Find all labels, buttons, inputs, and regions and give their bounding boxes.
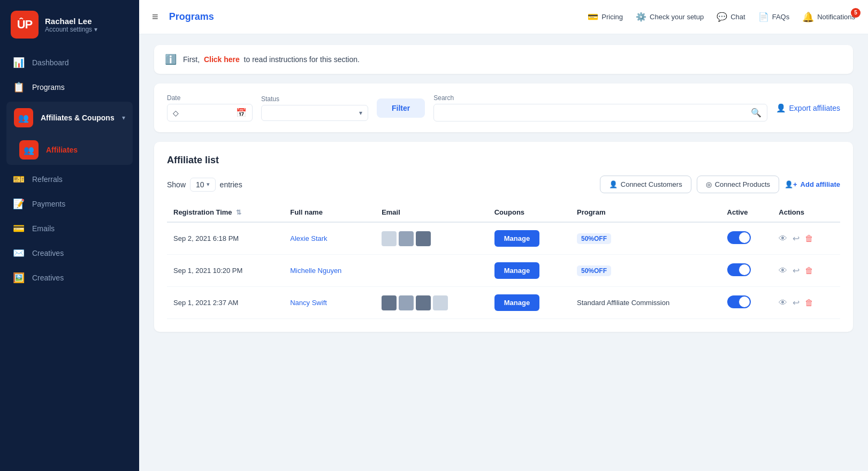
notifications-action[interactable]: 🔔 5 Notifications xyxy=(802,11,855,23)
sidebar-item-coupons[interactable]: 🎫 Referrals xyxy=(0,167,139,192)
view-icon[interactable]: 👁 xyxy=(779,266,787,276)
active-toggle[interactable] xyxy=(727,295,751,308)
connect-customers-icon: 👤 xyxy=(609,180,618,188)
payments-icon: 💳 xyxy=(13,223,25,234)
export-affiliates-button[interactable]: 👤 Export affiliates xyxy=(776,100,840,116)
pricing-action[interactable]: 💳 Pricing xyxy=(588,12,623,22)
search-input[interactable] xyxy=(439,109,746,117)
user-info: Rachael Lee Account settings ▾ xyxy=(45,17,97,33)
check-setup-action[interactable]: ⚙️ Check your setup xyxy=(636,12,704,22)
active-toggle[interactable] xyxy=(727,231,751,244)
delete-icon[interactable]: 🗑 xyxy=(805,234,813,244)
manage-coupon-button[interactable]: Manage xyxy=(494,294,539,311)
filter-button[interactable]: Filter xyxy=(377,98,425,118)
chevron-down-icon: ▾ xyxy=(359,109,362,117)
cell-actions: 👁↩🗑 xyxy=(772,222,840,255)
entries-label: entries xyxy=(220,180,242,189)
entries-select[interactable]: 10 ▾ xyxy=(190,178,216,192)
cell-email xyxy=(375,255,488,287)
col-full-name: Full name xyxy=(284,203,375,222)
sidebar-logo-area: ÛP Rachael Lee Account settings ▾ xyxy=(0,0,139,45)
section-title: Affiliate list xyxy=(167,155,840,166)
chat-icon: 💬 xyxy=(717,12,727,22)
faqs-action[interactable]: 📄 FAQs xyxy=(758,12,790,22)
coupon-badge: 50%OFF xyxy=(577,233,611,244)
status-label: Status xyxy=(261,95,368,103)
edit-icon[interactable]: ↩ xyxy=(793,265,800,276)
status-value xyxy=(267,109,355,117)
col-email: Email xyxy=(375,203,488,222)
view-icon[interactable]: 👁 xyxy=(779,234,787,244)
affiliate-name-link[interactable]: Alexie Stark xyxy=(290,234,327,242)
manage-coupon-button[interactable]: Manage xyxy=(494,230,539,247)
connect-products-icon: ◎ xyxy=(706,180,712,188)
status-select[interactable]: ▾ xyxy=(261,105,368,121)
sidebar-item-affiliates[interactable]: 👥 Affiliates xyxy=(9,135,131,165)
cell-program: Standard Affiliate Commission xyxy=(570,287,721,319)
date-value: ◇ xyxy=(173,109,232,117)
connect-products-button[interactable]: ◎ Connect Products xyxy=(697,176,779,193)
sidebar-item-emails[interactable]: ✉️ Creatives xyxy=(0,241,139,265)
affiliates-coupons-icon: 👥 xyxy=(14,108,33,127)
click-here-link[interactable]: Click here xyxy=(204,55,240,64)
col-registration-time[interactable]: Registration Time ⇅ xyxy=(167,203,284,222)
page-content: ℹ️ First, Click here to read instruction… xyxy=(139,34,868,471)
affiliates-sub-label: Affiliates xyxy=(46,146,78,154)
affiliate-name-link[interactable]: Michelle Nguyen xyxy=(290,267,341,275)
col-active: Active xyxy=(721,203,773,222)
date-input[interactable]: ◇ 📅 xyxy=(167,104,253,121)
show-label: Show xyxy=(167,180,186,189)
creatives-icon: 🖼️ xyxy=(13,272,25,284)
cell-registration-time: Sep 1, 2021 10:20 PM xyxy=(167,255,284,287)
search-group: Search 🔍 xyxy=(433,94,767,121)
date-label: Date xyxy=(167,94,253,102)
cell-active xyxy=(721,222,773,255)
affiliates-sub-icon: 👥 xyxy=(19,140,39,159)
email-placeholder xyxy=(382,295,482,310)
hamburger-button[interactable]: ≡ xyxy=(152,11,158,23)
active-toggle[interactable] xyxy=(727,263,751,276)
sidebar-item-creatives[interactable]: 🖼️ Creatives xyxy=(0,265,139,290)
chat-action[interactable]: 💬 Chat xyxy=(717,12,745,22)
cell-full-name: Nancy Swift xyxy=(284,287,375,319)
add-affiliate-button[interactable]: 👤+ Add affiliate xyxy=(785,176,840,193)
user-name: Rachael Lee xyxy=(45,17,97,26)
list-actions: 👤 Connect Customers ◎ Connect Products 👤… xyxy=(600,176,840,193)
cell-actions: 👁↩🗑 xyxy=(772,255,840,287)
sidebar-item-programs[interactable]: 📋 Programs xyxy=(0,75,139,100)
manage-coupon-button[interactable]: Manage xyxy=(494,262,539,279)
topbar: ≡ Programs 💳 Pricing ⚙️ Check your setup… xyxy=(139,0,868,34)
cell-registration-time: Sep 2, 2021 6:18 PM xyxy=(167,222,284,255)
affiliate-list-section: Affiliate list Show 10 ▾ entries 👤 Conne… xyxy=(154,142,853,332)
delete-icon[interactable]: 🗑 xyxy=(805,266,813,276)
delete-icon[interactable]: 🗑 xyxy=(805,298,813,308)
dashboard-icon: 📊 xyxy=(13,57,25,69)
sidebar-item-referrals[interactable]: 📝 Payments xyxy=(0,192,139,216)
faqs-icon: 📄 xyxy=(758,12,769,22)
sidebar-item-dashboard[interactable]: 📊 Dashboard xyxy=(0,50,139,75)
bell-icon: 🔔 xyxy=(802,11,814,23)
col-coupons: Coupons xyxy=(488,203,570,222)
affiliate-name-link[interactable]: Nancy Swift xyxy=(290,299,327,307)
view-icon[interactable]: 👁 xyxy=(779,298,787,308)
export-icon: 👤 xyxy=(776,103,786,113)
cell-coupons: Manage xyxy=(488,222,570,255)
entries-chevron-icon: ▾ xyxy=(207,181,210,188)
affiliates-coupons-parent[interactable]: 👥 Affiliates & Coupons ▾ xyxy=(6,102,133,134)
connect-customers-button[interactable]: 👤 Connect Customers xyxy=(600,176,691,193)
coupons-icon: 🎫 xyxy=(13,173,25,185)
search-input-wrap: 🔍 xyxy=(433,104,767,121)
check-setup-icon: ⚙️ xyxy=(636,12,646,22)
list-controls: Show 10 ▾ entries 👤 Connect Customers ◎ … xyxy=(167,176,840,193)
edit-icon[interactable]: ↩ xyxy=(793,233,800,244)
cell-program: 50%OFF xyxy=(570,255,721,287)
account-settings-link[interactable]: Account settings ▾ xyxy=(45,26,97,33)
search-icon: 🔍 xyxy=(751,108,762,118)
logo: ÛP xyxy=(11,11,39,39)
sidebar-item-payments[interactable]: 💳 Emails xyxy=(0,216,139,241)
main-content: ≡ Programs 💳 Pricing ⚙️ Check your setup… xyxy=(139,0,868,471)
edit-icon[interactable]: ↩ xyxy=(793,298,800,308)
sort-icon: ⇅ xyxy=(236,209,241,216)
sidebar: ÛP Rachael Lee Account settings ▾ 📊 Dash… xyxy=(0,0,139,471)
table-row: Sep 1, 2021 10:20 PMMichelle NguyenManag… xyxy=(167,255,840,287)
